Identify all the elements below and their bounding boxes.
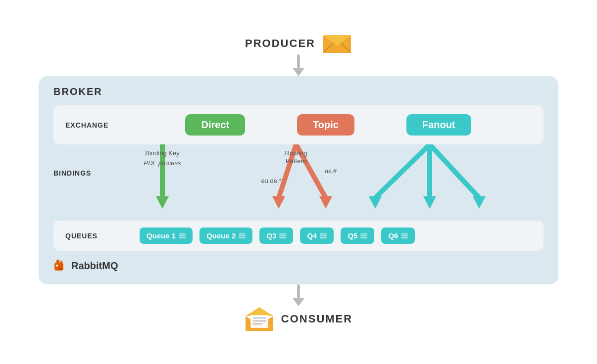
svg-text:PDF process: PDF process [144,159,181,167]
queue-lines-icon [401,233,408,238]
consumer-section: CONSUMER [245,306,352,332]
svg-marker-5 [156,196,169,209]
svg-text:Binding Key: Binding Key [145,149,180,157]
svg-marker-15 [473,196,486,209]
svg-text:us.#: us.# [325,167,337,175]
rabbitmq-label: RabbitMQ [71,260,118,272]
queue-1-button[interactable]: Queue 1 [140,228,193,244]
producer-envelope-icon [322,32,352,54]
svg-line-10 [375,144,430,198]
queue-6-button[interactable]: Q6 [381,228,415,244]
queue-lines-icon [239,233,246,238]
queues-row: QUEUES Queue 1 Queue 2 [53,221,544,251]
queue-4-button[interactable]: Q4 [300,228,334,244]
queue-3-button[interactable]: Q3 [259,228,293,244]
exchange-label: EXCHANGE [65,121,125,129]
broker-box: BROKER EXCHANGE Direct Topic Fanout [39,76,558,284]
producer-section: PRODUCER [245,32,352,54]
producer-label: PRODUCER [245,37,315,50]
fanout-exchange-button[interactable]: Fanout [406,114,471,136]
broker-to-consumer-arrow [293,284,304,306]
bindings-arrows-area: Binding Key PDF process Routing Pattern … [53,144,544,219]
consumer-label: CONSUMER [281,313,352,325]
producer-to-broker-arrow [293,54,304,76]
svg-text:Pattern: Pattern [286,157,306,165]
svg-marker-11 [369,196,382,209]
svg-rect-23 [56,260,59,265]
queue-lines-icon [320,233,327,238]
svg-marker-9 [319,196,332,209]
diagram: PRODUCER BROKER EXCHANGE Direct [26,32,571,332]
queue-lines-icon [179,233,186,238]
svg-point-25 [56,265,58,267]
exchange-row: EXCHANGE Direct Topic Fanout [53,105,544,144]
rabbitmq-logo-icon [53,259,67,273]
arrows-svg: Binding Key PDF process Routing Pattern … [53,144,544,219]
queues-content: Queue 1 Queue 2 Q3 [125,228,532,244]
bindings-label: BINDINGS [53,169,113,177]
svg-text:Routing: Routing [285,149,307,157]
queue-5-button[interactable]: Q5 [341,228,374,244]
svg-rect-26 [58,268,62,270]
queue-lines-icon [360,233,367,238]
svg-line-14 [430,144,479,198]
svg-text:eu.de.*: eu.de.* [261,177,281,184]
queue-2-button[interactable]: Queue 2 [199,228,252,244]
broker-label: BROKER [53,86,544,97]
svg-marker-7 [272,196,285,209]
svg-rect-24 [60,261,62,265]
svg-marker-28 [246,307,273,316]
broker-footer: RabbitMQ [53,259,544,273]
direct-exchange-button[interactable]: Direct [185,114,245,136]
queue-lines-icon [279,233,286,238]
svg-marker-13 [423,196,436,209]
topic-exchange-button[interactable]: Topic [297,114,354,136]
exchange-buttons: Direct Topic Fanout [125,114,532,136]
consumer-envelope-icon [245,306,274,332]
queues-label: QUEUES [65,232,125,240]
